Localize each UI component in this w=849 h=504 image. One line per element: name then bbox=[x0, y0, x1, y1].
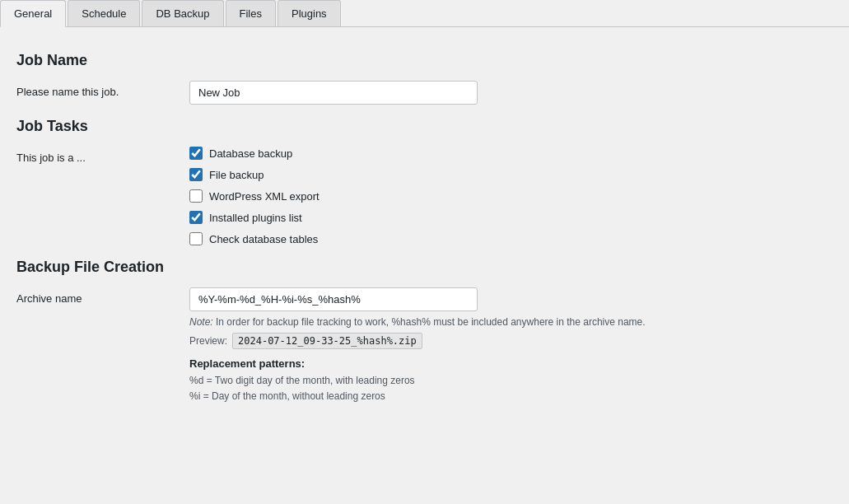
task-check-database-tables[interactable]: Check database tables bbox=[189, 232, 833, 245]
task-file-backup[interactable]: File backup bbox=[189, 168, 833, 181]
job-tasks-field: Database backup File backup WordPress XM… bbox=[189, 147, 833, 245]
task-check-database-tables-label: Check database tables bbox=[209, 233, 318, 245]
tab-bar: General Schedule DB Backup Files Plugins bbox=[0, 0, 849, 27]
job-name-input[interactable] bbox=[189, 81, 478, 105]
checkbox-file-backup[interactable] bbox=[189, 168, 203, 181]
task-file-backup-label: File backup bbox=[209, 169, 264, 181]
tab-files[interactable]: Files bbox=[226, 0, 276, 26]
archive-name-field: Note: In order for backup file tracking … bbox=[189, 287, 833, 404]
task-installed-plugins[interactable]: Installed plugins list bbox=[189, 211, 833, 224]
archive-name-input[interactable] bbox=[189, 287, 478, 311]
replacement-list: %d = Two digit day of the month, with le… bbox=[189, 373, 833, 404]
tab-db-backup[interactable]: DB Backup bbox=[142, 0, 223, 26]
backup-file-section-title: Backup File Creation bbox=[16, 259, 833, 276]
note-body: In order for backup file tracking to wor… bbox=[213, 316, 646, 328]
checkbox-database-backup[interactable] bbox=[189, 147, 203, 160]
pattern-1: %d = Two digit day of the month, with le… bbox=[189, 373, 833, 389]
tab-general[interactable]: General bbox=[0, 0, 66, 27]
job-name-row: Please name this job. bbox=[16, 81, 833, 105]
job-name-label: Please name this job. bbox=[16, 81, 189, 98]
archive-note: Note: In order for backup file tracking … bbox=[189, 316, 716, 328]
task-wordpress-xml[interactable]: WordPress XML export bbox=[189, 189, 833, 203]
pattern-2: %i = Day of the month, without leading z… bbox=[189, 389, 833, 404]
job-tasks-row: This job is a ... Database backup File b… bbox=[16, 147, 833, 245]
task-database-backup-label: Database backup bbox=[209, 147, 292, 160]
preview-value: 2024-07-12_09-33-25_%hash%.zip bbox=[232, 333, 422, 349]
note-prefix: Note: bbox=[189, 316, 213, 328]
main-container: General Schedule DB Backup Files Plugins… bbox=[0, 0, 849, 504]
job-name-field bbox=[189, 81, 833, 105]
archive-name-label: Archive name bbox=[16, 287, 189, 305]
replacement-title: Replacement patterns: bbox=[189, 357, 833, 370]
task-installed-plugins-label: Installed plugins list bbox=[209, 212, 302, 224]
job-tasks-section-title: Job Tasks bbox=[16, 118, 833, 135]
preview-label: Preview: bbox=[189, 335, 227, 347]
checkbox-group: Database backup File backup WordPress XM… bbox=[189, 147, 833, 245]
checkbox-installed-plugins[interactable] bbox=[189, 211, 203, 224]
task-wordpress-xml-label: WordPress XML export bbox=[209, 190, 320, 203]
checkbox-check-database-tables[interactable] bbox=[189, 232, 203, 245]
tab-schedule[interactable]: Schedule bbox=[68, 0, 140, 26]
checkbox-wordpress-xml[interactable] bbox=[189, 189, 203, 203]
job-name-section-title: Job Name bbox=[16, 52, 833, 69]
task-database-backup[interactable]: Database backup bbox=[189, 147, 833, 160]
job-tasks-label: This job is a ... bbox=[16, 147, 189, 164]
preview-row: Preview: 2024-07-12_09-33-25_%hash%.zip bbox=[189, 333, 833, 349]
content-area: Job Name Please name this job. Job Tasks… bbox=[0, 27, 849, 432]
archive-name-row: Archive name Note: In order for backup f… bbox=[16, 287, 833, 404]
tab-plugins[interactable]: Plugins bbox=[278, 0, 341, 26]
